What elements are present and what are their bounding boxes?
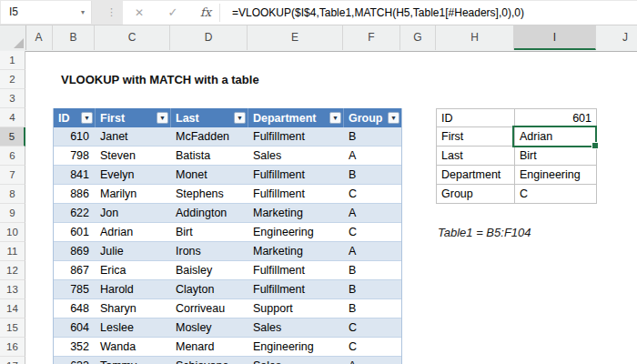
table-cell[interactable]: Engineering (248, 338, 344, 357)
filter-dropdown-icon[interactable]: ▼ (81, 112, 93, 124)
lookup-label-cell[interactable]: Last (436, 146, 515, 166)
table-cell[interactable]: 886 (54, 185, 96, 204)
table-cell[interactable]: 604 (54, 318, 96, 338)
table-cell[interactable]: C (344, 338, 401, 357)
column-header-b[interactable]: B (53, 25, 95, 50)
column-header-g[interactable]: G (400, 25, 436, 50)
row-header-15[interactable]: 15 (0, 318, 25, 338)
row-header-10[interactable]: 10 (0, 223, 25, 242)
table-cell[interactable]: C (344, 185, 401, 204)
column-header-i[interactable]: I (514, 25, 596, 50)
table-cell[interactable]: Addington (171, 204, 248, 223)
table-cell[interactable]: 352 (54, 338, 96, 357)
table-cell[interactable]: 841 (54, 166, 96, 185)
column-header-f[interactable]: F (343, 25, 400, 50)
table-cell[interactable]: Marketing (248, 204, 344, 223)
insert-function-icon[interactable]: fx (196, 1, 216, 25)
cancel-icon[interactable]: ✕ (129, 1, 149, 25)
table-cell[interactable]: Clayton (171, 280, 248, 299)
row-header-13[interactable]: 13 (0, 280, 25, 299)
table-cell[interactable]: Corriveau (171, 299, 248, 318)
row-header-9[interactable]: 9 (0, 204, 25, 223)
table-cell[interactable]: 785 (54, 280, 96, 299)
table-cell[interactable]: Janet (96, 127, 171, 147)
row-header-14[interactable]: 14 (0, 299, 25, 318)
filter-dropdown-icon[interactable]: ▼ (329, 112, 341, 124)
lookup-label-cell[interactable]: Department (436, 165, 515, 185)
table-cell[interactable]: 622 (54, 204, 96, 223)
select-all-button[interactable] (0, 25, 26, 50)
table-cell[interactable]: 867 (54, 261, 96, 280)
table-cell[interactable]: Fulfillment (248, 127, 344, 147)
row-header-2[interactable]: 2 (0, 70, 25, 89)
table-cell[interactable]: Birt (171, 223, 248, 242)
table-cell[interactable]: A (344, 242, 401, 261)
table-cell[interactable]: Sharyn (96, 299, 171, 318)
table-cell[interactable]: Marilyn (96, 185, 171, 204)
row-header-3[interactable]: 3 (0, 89, 25, 108)
table-cell[interactable]: Schiavone (171, 357, 248, 364)
table-cell[interactable]: Tommy (96, 357, 171, 364)
table-cell[interactable]: C (344, 223, 401, 242)
row-header-1[interactable]: 1 (0, 51, 25, 70)
column-header-e[interactable]: E (248, 25, 343, 50)
column-header-a[interactable]: A (25, 25, 53, 50)
table-cell[interactable]: A (344, 147, 401, 166)
table-cell[interactable]: Fulfillment (248, 261, 344, 280)
table-cell[interactable]: Jon (96, 204, 171, 223)
table-cell[interactable]: 633 (54, 357, 96, 364)
table-cell[interactable]: Baisley (171, 261, 248, 280)
table-cell[interactable]: Fulfillment (248, 280, 344, 299)
table-cell[interactable]: C (344, 318, 401, 338)
table-cell[interactable]: B (344, 127, 401, 147)
table-cell[interactable]: Steven (96, 147, 171, 166)
table-cell[interactable]: 869 (54, 242, 96, 261)
table-cell[interactable]: B (344, 299, 401, 318)
table-cell[interactable]: Mosley (171, 318, 248, 338)
row-header-16[interactable]: 16 (0, 338, 25, 357)
enter-icon[interactable]: ✓ (163, 1, 183, 25)
row-header-4[interactable]: 4 (0, 108, 25, 127)
table-cell[interactable]: Monet (171, 166, 248, 185)
lookup-label-cell[interactable]: First (436, 126, 515, 147)
column-header-c[interactable]: C (95, 25, 170, 50)
filter-dropdown-icon[interactable]: ▼ (157, 112, 168, 124)
formula-input[interactable]: =VLOOKUP($I$4,Table1,MATCH(H5,Table1[#He… (232, 1, 633, 25)
table-cell[interactable]: 601 (54, 223, 96, 242)
table-cell[interactable]: Fulfillment (248, 185, 344, 204)
table-cell[interactable]: A (344, 204, 401, 223)
table-cell[interactable]: Irons (171, 242, 248, 261)
table-cell[interactable]: Evelyn (96, 166, 171, 185)
row-header-7[interactable]: 7 (0, 166, 25, 185)
table-cell[interactable]: Wanda (96, 338, 171, 357)
name-box-dropdown-icon[interactable]: ▾ (81, 1, 85, 24)
lookup-value-cell[interactable]: 601 (514, 108, 597, 128)
table-cell[interactable]: 610 (54, 127, 96, 147)
lookup-label-cell[interactable]: Group (436, 184, 515, 204)
table-cell[interactable]: Support (248, 299, 344, 318)
table-cell[interactable]: Leslee (96, 318, 171, 338)
lookup-value-cell-selected[interactable]: Adrian (514, 126, 597, 147)
table-cell[interactable]: Sales (248, 357, 344, 364)
table-cell[interactable]: Julie (96, 242, 171, 261)
column-header-d[interactable]: D (170, 25, 248, 50)
lookup-value-cell[interactable]: C (514, 184, 597, 204)
row-header-5[interactable]: 5 (0, 127, 25, 147)
table-cell[interactable]: Adrian (96, 223, 171, 242)
row-header-17[interactable]: 17 (0, 357, 25, 364)
table-cell[interactable]: McFadden (171, 127, 248, 147)
column-header-h[interactable]: H (436, 25, 514, 50)
table-cell[interactable]: Sales (248, 147, 344, 166)
table-cell[interactable]: Fulfillment (248, 166, 344, 185)
table-cell[interactable]: Marketing (248, 242, 344, 261)
table-cell[interactable]: A (344, 357, 401, 364)
lookup-value-cell[interactable]: Engineering (514, 165, 597, 185)
filter-dropdown-icon[interactable]: ▼ (388, 112, 399, 124)
lookup-label-cell[interactable]: ID (436, 108, 515, 128)
row-header-12[interactable]: 12 (0, 261, 25, 280)
column-header-j[interactable]: J (596, 25, 637, 50)
table-cell[interactable]: B (344, 166, 401, 185)
table-cell[interactable]: 798 (54, 147, 96, 166)
row-header-6[interactable]: 6 (0, 147, 25, 166)
table-cell[interactable]: B (344, 261, 401, 280)
